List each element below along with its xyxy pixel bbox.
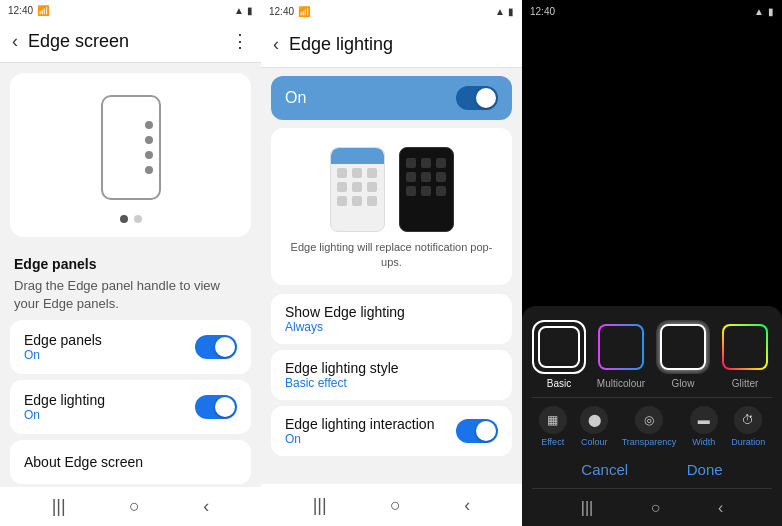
on-toggle[interactable] xyxy=(456,86,498,110)
battery-icon: ▮ xyxy=(247,5,253,16)
edge-panels-toggle[interactable] xyxy=(195,335,237,359)
on-toggle-label: On xyxy=(285,89,306,107)
basic-thumb[interactable] xyxy=(532,320,586,374)
on-toggle-card[interactable]: On xyxy=(271,76,512,120)
grid-dot xyxy=(367,196,377,206)
show-edge-lighting-row[interactable]: Show Edge lighting Always xyxy=(271,294,512,344)
section-title: Edge panels xyxy=(14,255,247,275)
edge-lighting-toggle[interactable] xyxy=(195,395,237,419)
width-symbol: ▬ xyxy=(698,413,710,427)
edge-panels-setting[interactable]: Edge panels On xyxy=(10,320,251,374)
signal-icon-2: 📶 xyxy=(298,6,310,17)
edge-lighting-interaction-toggle[interactable] xyxy=(456,419,498,443)
dot-2 xyxy=(134,215,142,223)
more-menu-button-1[interactable]: ⋮ xyxy=(231,30,249,52)
colour-icon-item[interactable]: ⬤ Colour xyxy=(580,406,608,447)
effect-multicolour[interactable]: Multicolour xyxy=(594,320,648,389)
about-label: About Edge screen xyxy=(24,454,237,470)
edge-lighting-style-row[interactable]: Edge lighting style Basic effect xyxy=(271,350,512,400)
back-icon-1[interactable]: ‹ xyxy=(203,496,209,517)
phone-illustration xyxy=(24,87,237,207)
page-title-1: Edge screen xyxy=(28,31,221,52)
effect-icon-item[interactable]: ▦ Effect xyxy=(539,406,567,447)
grid-dot xyxy=(337,168,347,178)
width-icon: ▬ xyxy=(690,406,718,434)
dark-grid-dot xyxy=(421,158,431,168)
panel-edge-lighting: 12:40 📶 ▲ ▮ ‹ Edge lighting On xyxy=(261,0,522,526)
signal-icon: 📶 xyxy=(37,5,49,16)
back-icon-3[interactable]: ‹ xyxy=(718,499,723,517)
home-icon-2[interactable]: ○ xyxy=(390,495,401,516)
dark-grid-dot xyxy=(421,172,431,182)
time-label-1: 12:40 xyxy=(8,5,33,16)
home-icon-3[interactable]: ○ xyxy=(651,499,661,517)
grid-dot xyxy=(337,196,347,206)
edge-lighting-setting[interactable]: Edge lighting On xyxy=(10,380,251,434)
recents-icon-2[interactable]: ||| xyxy=(313,495,327,516)
multi-label: Multicolour xyxy=(597,378,645,389)
status-time-1: 12:40 📶 xyxy=(8,5,49,16)
done-button[interactable]: Done xyxy=(687,461,723,478)
edge-lighting-label: Edge lighting xyxy=(24,392,105,408)
edge-lighting-info: Edge lighting On xyxy=(24,392,105,422)
width-icon-label: Width xyxy=(692,437,715,447)
status-time-2: 12:40 📶 xyxy=(269,6,310,17)
status-icons-1: ▲ ▮ xyxy=(234,5,253,16)
edge-lighting-sub: On xyxy=(24,408,105,422)
time-label-3: 12:40 xyxy=(530,6,555,17)
dark-grid-dot xyxy=(406,158,416,168)
wifi-icon-3: ▲ xyxy=(754,6,764,17)
panel-dot-4 xyxy=(145,166,153,174)
show-edge-lighting-title: Show Edge lighting xyxy=(285,304,498,320)
edge-lighting-interaction-info: Edge lighting interaction On xyxy=(285,416,434,446)
top-bar-1: ‹ Edge screen ⋮ xyxy=(0,20,261,63)
back-icon-2[interactable]: ‹ xyxy=(464,495,470,516)
phone-outline xyxy=(101,95,161,200)
edge-panels-label: Edge panels xyxy=(24,332,102,348)
glitter-thumb[interactable] xyxy=(718,320,772,374)
bottom-nav-1: ||| ○ ‹ xyxy=(0,487,261,526)
section-desc: Drag the Edge panel handle to view your … xyxy=(14,277,247,313)
back-button-1[interactable]: ‹ xyxy=(12,31,18,52)
about-edge-screen[interactable]: About Edge screen xyxy=(10,440,251,484)
recents-icon-1[interactable]: ||| xyxy=(52,496,66,517)
glow-label: Glow xyxy=(672,378,695,389)
light-phone-preview xyxy=(330,147,385,232)
cancel-button[interactable]: Cancel xyxy=(581,461,628,478)
dark-grid-dot xyxy=(406,186,416,196)
colour-icon-label: Colour xyxy=(581,437,608,447)
show-edge-lighting-sub: Always xyxy=(285,320,498,334)
dot-pagination xyxy=(24,215,237,223)
preview-card: Edge lighting will replace notification … xyxy=(271,128,512,285)
edge-lighting-style-sub: Basic effect xyxy=(285,376,498,390)
effect-glitter[interactable]: Glitter xyxy=(718,320,772,389)
effect-basic[interactable]: Basic xyxy=(532,320,586,389)
cancel-done-row: Cancel Done xyxy=(532,451,772,488)
edge-lighting-interaction-row[interactable]: Edge lighting interaction On xyxy=(271,406,512,456)
multi-thumb[interactable] xyxy=(594,320,648,374)
home-icon-1[interactable]: ○ xyxy=(129,496,140,517)
edge-panels-sub: On xyxy=(24,348,102,362)
duration-icon-label: Duration xyxy=(731,437,765,447)
panel-dot-1 xyxy=(145,121,153,129)
recents-icon-3[interactable]: ||| xyxy=(581,499,593,517)
glow-thumb[interactable] xyxy=(656,320,710,374)
grid-dot xyxy=(337,182,347,192)
grid-dot xyxy=(367,182,377,192)
status-icons-3: ▲ ▮ xyxy=(754,6,774,17)
transparency-icon-label: Transparency xyxy=(622,437,677,447)
section-info: Edge panels Drag the Edge panel handle t… xyxy=(0,243,261,317)
edge-lighting-interaction-title: Edge lighting interaction xyxy=(285,416,434,432)
transparency-symbol: ◎ xyxy=(644,413,654,427)
width-icon-item[interactable]: ▬ Width xyxy=(690,406,718,447)
status-icons-2: ▲ ▮ xyxy=(495,6,514,17)
dark-phone-grid xyxy=(400,148,453,202)
basic-label: Basic xyxy=(547,378,571,389)
back-button-2[interactable]: ‹ xyxy=(273,34,279,55)
effect-glow[interactable]: Glow xyxy=(656,320,710,389)
effect-options-panel: Basic Multicolour Glow Glitter ▦ Effect xyxy=(522,306,782,526)
duration-icon-item[interactable]: ⏱ Duration xyxy=(731,406,765,447)
transparency-icon-item[interactable]: ◎ Transparency xyxy=(622,406,677,447)
transparency-icon: ◎ xyxy=(635,406,663,434)
effect-icon: ▦ xyxy=(539,406,567,434)
